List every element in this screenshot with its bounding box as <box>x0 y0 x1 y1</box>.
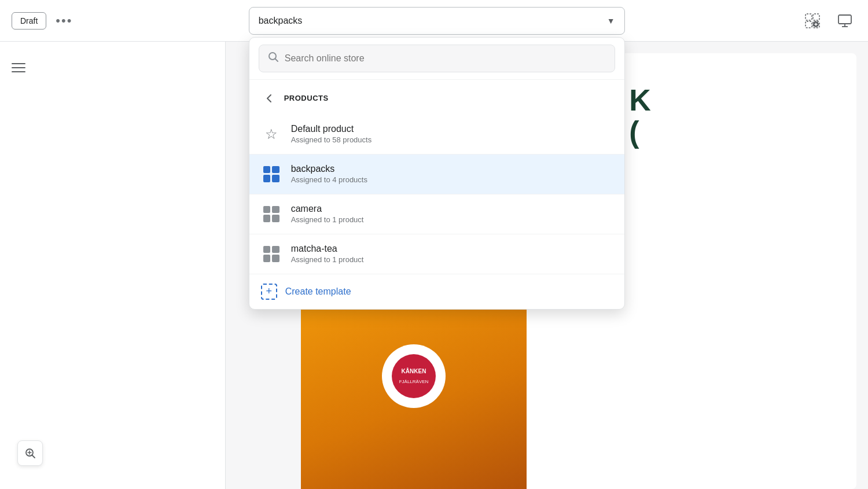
create-template-label: Create template <box>285 286 351 297</box>
list-item[interactable]: ☆ Default product Assigned to 58 product… <box>249 115 624 155</box>
section-header: PRODUCTS <box>249 80 624 115</box>
search-box <box>249 38 624 80</box>
svg-text:FJÄLLRÄVEN: FJÄLLRÄVEN <box>399 379 429 384</box>
zoom-in-button[interactable] <box>17 440 43 466</box>
top-bar: Draft ••• backpacks ▼ <box>0 0 868 42</box>
draft-badge[interactable]: Draft <box>12 12 46 30</box>
template-dropdown: PRODUCTS ☆ Default product Assigned to 5… <box>249 37 625 310</box>
sidebar-header <box>0 42 225 82</box>
item-sub: Assigned to 1 product <box>291 215 613 224</box>
back-arrow-button[interactable] <box>261 90 277 106</box>
svg-line-11 <box>32 455 35 458</box>
svg-rect-3 <box>813 14 819 20</box>
list-item[interactable]: matcha-tea Assigned to 1 product <box>249 234 624 274</box>
left-sidebar <box>0 42 226 489</box>
hamburger-line <box>12 71 25 72</box>
item-text: backpacks Assigned to 4 products <box>291 164 613 184</box>
brand-logo: KÅNKEN FJÄLLRÄVEN <box>382 344 446 408</box>
add-template-icon: + <box>261 284 277 300</box>
item-sub: Assigned to 1 product <box>291 255 613 264</box>
hamburger-line <box>12 67 25 68</box>
list-item[interactable]: backpacks Assigned to 4 products <box>249 155 624 194</box>
item-text: Default product Assigned to 58 products <box>291 124 613 144</box>
template-value: backpacks <box>259 16 303 26</box>
svg-rect-7 <box>838 15 851 24</box>
list-item[interactable]: camera Assigned to 1 product <box>249 194 624 234</box>
template-selector: backpacks ▼ <box>249 7 625 35</box>
hamburger-menu-button[interactable] <box>12 63 25 72</box>
toolbar-icons <box>801 9 856 32</box>
item-name: matcha-tea <box>291 244 613 254</box>
chevron-down-icon: ▼ <box>607 16 615 25</box>
search-icon <box>267 51 279 65</box>
monitor-button[interactable] <box>833 9 856 32</box>
item-name: Default product <box>291 124 613 134</box>
svg-point-14 <box>392 354 436 398</box>
search-inner <box>259 45 615 72</box>
item-name: backpacks <box>291 164 613 174</box>
section-title: PRODUCTS <box>284 94 329 102</box>
item-name: camera <box>291 204 613 214</box>
svg-text:KÅNKEN: KÅNKEN <box>402 367 426 374</box>
item-sub: Assigned to 58 products <box>291 135 613 144</box>
grid-icon <box>261 164 282 185</box>
item-sub: Assigned to 4 products <box>291 175 613 184</box>
template-selector-trigger[interactable]: backpacks ▼ <box>249 7 625 35</box>
svg-line-1 <box>275 59 278 62</box>
item-text: matcha-tea Assigned to 1 product <box>291 244 613 264</box>
grid-icon <box>261 244 282 264</box>
grid-icon <box>261 204 282 225</box>
svg-rect-4 <box>806 21 812 28</box>
select-tool-button[interactable] <box>801 9 824 32</box>
more-options-button[interactable]: ••• <box>56 13 72 28</box>
item-text: camera Assigned to 1 product <box>291 204 613 224</box>
svg-rect-2 <box>806 14 812 20</box>
hamburger-line <box>12 63 25 64</box>
search-input[interactable] <box>285 53 606 64</box>
create-template-button[interactable]: + Create template <box>249 274 624 309</box>
star-icon: ☆ <box>261 124 282 145</box>
